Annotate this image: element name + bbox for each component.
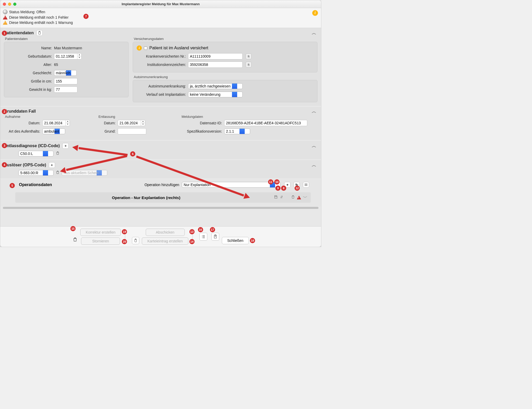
- svg-rect-3: [305, 185, 308, 185]
- list-op-button[interactable]: [303, 182, 309, 188]
- annotation-1: 1: [2, 31, 7, 36]
- abroad-checkbox[interactable]: [144, 46, 147, 50]
- chevron-up-icon[interactable]: ︿: [312, 162, 316, 168]
- ik-field[interactable]: [188, 62, 243, 68]
- step-down[interactable]: ▼: [66, 123, 70, 126]
- section-grunddaten: 2 Grunddaten Fall ︿ Aufnahme Datum:▲▼ Ar…: [0, 107, 321, 140]
- titlebar: Implantateregister Meldung für Max Muste…: [0, 0, 321, 8]
- trash-icon[interactable]: [56, 151, 60, 156]
- label-dis-date: Datum:: [97, 121, 116, 125]
- chevron-up-icon[interactable]: ︿: [312, 30, 316, 36]
- dob-input[interactable]: [54, 53, 77, 59]
- label-auto: Autoimmunerkrankung:: [137, 84, 186, 88]
- step-down[interactable]: ▼: [141, 123, 145, 126]
- step-up[interactable]: ▲: [141, 120, 145, 123]
- scrollbar[interactable]: [2, 206, 319, 209]
- group-title: Versicherungsdaten: [133, 37, 317, 41]
- section-title: Auslöser (OPS-Code): [4, 163, 46, 167]
- annotation-6: 6: [130, 151, 135, 156]
- label-stay: Art des Aufenthalts:: [4, 129, 40, 133]
- label-spec: Spezifikationsversion:: [181, 129, 222, 133]
- paste-button[interactable]: [211, 233, 219, 241]
- svg-rect-4: [305, 185, 308, 186]
- clipboard-button[interactable]: [36, 30, 43, 36]
- section-icd: 3 Entlassdiagnose (ICD-Code) ＋ ︿ C50.0:L…: [0, 141, 321, 159]
- label-reason: Grund:: [97, 129, 116, 133]
- adm-date-field[interactable]: ▲▼: [42, 120, 70, 126]
- annotation-13: 13: [189, 229, 195, 234]
- window-title: Implantateregister Meldung für Max Muste…: [0, 2, 321, 6]
- delete-all-button[interactable]: [72, 237, 78, 243]
- footer-toolbar: 15 Korrektur erstellen Stornieren 19 20 …: [0, 226, 321, 247]
- status-bar: i Status Meldung: Offen Diese Meldung en…: [0, 8, 321, 28]
- annotation-2: 2: [2, 109, 7, 114]
- kv-field[interactable]: [188, 53, 243, 59]
- group-title: Patientendaten: [4, 37, 129, 41]
- step-up[interactable]: ▲: [66, 120, 70, 123]
- reason-field[interactable]: [118, 128, 146, 134]
- label-weight: Gewicht in kg:: [8, 87, 52, 92]
- label-sex: Geschlecht:: [8, 71, 52, 75]
- auto-select[interactable]: ja, ärztlich nachgewiesen: [188, 83, 243, 89]
- annotation-20: 20: [122, 239, 127, 244]
- dis-date-field[interactable]: ▲▼: [118, 120, 145, 126]
- annotation-18: 18: [250, 238, 255, 243]
- error-text: Diese Meldung enthält noch 1 Fehler: [9, 15, 69, 19]
- annotation-3: 3: [2, 143, 7, 148]
- fetch-ik-button[interactable]: ⎘: [246, 62, 251, 67]
- section-ops: 4 Auslöser (OPS-Code) ＋ ︿ 5-883.00:R Aus…: [0, 160, 321, 178]
- dsid-field[interactable]: [224, 120, 307, 126]
- annotation-15: 15: [70, 226, 76, 231]
- sex-select[interactable]: männlich: [54, 70, 77, 76]
- ops-code-select[interactable]: 5-883.00:R: [18, 170, 54, 176]
- info-icon[interactable]: i: [312, 10, 318, 16]
- kartei-button: Karteieintrag erstellen: [142, 237, 188, 245]
- clipboard-icon: [37, 31, 42, 35]
- height-field[interactable]: [54, 78, 77, 84]
- spec-select[interactable]: 2.1.1: [224, 128, 250, 134]
- section-title: Entlassdiagnose (ICD-Code): [4, 144, 60, 148]
- section-title: Operationsdaten: [19, 182, 52, 187]
- add-ops-button[interactable]: ＋: [49, 162, 55, 168]
- dis-date-input[interactable]: [118, 120, 141, 126]
- label-age: Alter:: [8, 63, 52, 67]
- abschicken-button: Abschicken: [146, 229, 185, 236]
- stay-select[interactable]: ambulant: [42, 128, 65, 134]
- warning-icon: [3, 21, 8, 25]
- label-ik: Institutionskennzeichen:: [137, 63, 186, 67]
- op-item-title: Operation - Nur Explantation (rechts): [18, 195, 274, 200]
- label-kv: Krankenversicherten Nr.:: [137, 54, 186, 58]
- chevron-down-icon[interactable]: ﹀: [303, 194, 308, 201]
- adm-date-input[interactable]: [43, 120, 65, 126]
- error-icon: [297, 196, 301, 199]
- step-down[interactable]: ▼: [77, 56, 81, 59]
- group-title: Entlassung: [97, 115, 170, 119]
- dob-field[interactable]: ▲▼: [54, 53, 82, 59]
- trash-icon[interactable]: [291, 195, 295, 200]
- chevron-up-icon[interactable]: ︿: [312, 108, 316, 114]
- trash-icon[interactable]: [56, 170, 60, 175]
- korrektur-button: Korrektur erstellen: [80, 229, 121, 236]
- annotation-12: 12: [295, 186, 300, 191]
- save-icon[interactable]: [274, 195, 278, 200]
- add-op-select[interactable]: Nur Explantation: [182, 182, 281, 188]
- info-icon[interactable]: i: [137, 45, 142, 51]
- icd-code-select[interactable]: C50.0:L: [18, 151, 54, 156]
- warning-text: Diese Meldung enthält noch 1 Warnung: [9, 21, 73, 25]
- close-button[interactable]: Schließen: [222, 237, 249, 244]
- value-name: Max Mustermann: [54, 46, 82, 50]
- swap-icon[interactable]: [280, 195, 284, 200]
- checklist-button[interactable]: [200, 233, 207, 241]
- status-text: Status Meldung: Offen: [9, 10, 45, 14]
- course-select[interactable]: keine Veränderung: [188, 92, 243, 97]
- annotation-14: 14: [189, 239, 195, 244]
- chevron-up-icon[interactable]: ︿: [312, 143, 316, 149]
- fetch-kv-button[interactable]: ⎘: [246, 53, 251, 59]
- clipboard-button[interactable]: [132, 237, 139, 244]
- label-dsid: Datensatz-ID:: [181, 121, 222, 125]
- weight-field[interactable]: [54, 86, 77, 93]
- error-icon: [3, 15, 8, 19]
- add-icd-button[interactable]: ＋: [62, 143, 69, 149]
- abroad-label: Patient ist im Ausland versichert: [149, 46, 208, 50]
- step-up[interactable]: ▲: [77, 53, 81, 56]
